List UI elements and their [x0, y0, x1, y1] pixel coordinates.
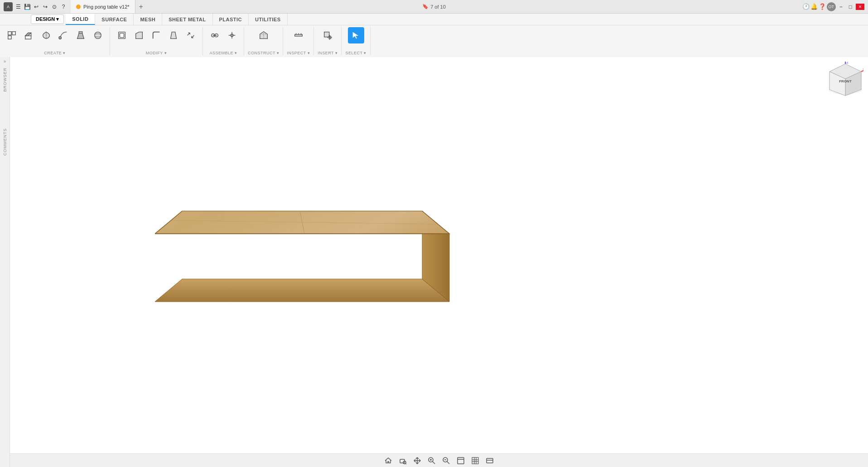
construct-group: CONSTRUCT ▾: [244, 27, 283, 55]
svg-rect-25: [295, 34, 303, 36]
3d-object: [155, 157, 472, 338]
inspect-label[interactable]: INSPECT ▾: [287, 50, 310, 55]
joint-origin-btn[interactable]: [224, 27, 240, 43]
save-icon[interactable]: 💾: [24, 3, 31, 10]
question-icon[interactable]: ❓: [819, 3, 826, 10]
zoom-in-btn[interactable]: [426, 455, 437, 466]
svg-point-10: [95, 32, 101, 39]
extrude-btn[interactable]: [21, 27, 37, 43]
app-menu-icons[interactable]: A ☰ 💾 ↩ ↪ ⊙ ?: [0, 2, 71, 11]
svg-point-7: [59, 37, 62, 39]
draft-btn[interactable]: [165, 27, 182, 43]
insert-group: INSERT ▾: [314, 27, 342, 55]
construct-label[interactable]: CONSTRUCT ▾: [248, 50, 279, 55]
fillet-btn[interactable]: [148, 27, 164, 43]
modify-label[interactable]: MODIFY ▾: [146, 50, 167, 55]
new-component-btn[interactable]: [4, 27, 20, 43]
select-label[interactable]: SELECT ▾: [345, 50, 366, 55]
create-group: CREATE ▾: [0, 27, 110, 55]
sidebar-expand-arrow[interactable]: »: [4, 59, 6, 64]
create-label[interactable]: CREATE ▾: [44, 50, 65, 55]
svg-rect-81: [487, 458, 493, 463]
fit-view-btn[interactable]: [397, 455, 408, 466]
viewport[interactable]: FRONT Z X: [10, 57, 868, 453]
svg-text:Z: Z: [846, 62, 849, 64]
tab-mesh[interactable]: MESH: [134, 14, 162, 25]
bottom-toolbar: [10, 453, 868, 467]
document-title: Ping pong table v12*: [83, 4, 130, 10]
select-btn[interactable]: [348, 27, 364, 43]
grid-settings-btn[interactable]: [470, 455, 481, 466]
svg-text:X: X: [863, 67, 863, 72]
app-icon[interactable]: A: [4, 2, 13, 11]
svg-marker-14: [136, 32, 143, 39]
measure-btn[interactable]: [290, 27, 307, 43]
titlebar-tab-count: 🔖 7 of 10: [422, 4, 446, 10]
inspect-group: INSPECT ▾: [283, 27, 314, 55]
maximize-btn[interactable]: □: [846, 4, 855, 10]
modify-group: MODIFY ▾: [110, 27, 203, 55]
home-view-btn[interactable]: [383, 455, 394, 466]
hamburger-icon[interactable]: ☰: [14, 3, 22, 10]
document-tab[interactable]: Ping pong table v12*: [71, 0, 135, 13]
design-button[interactable]: DESIGN ▾: [31, 14, 64, 24]
tab-sheet-metal[interactable]: SHEET METAL: [162, 14, 212, 25]
sweep-btn[interactable]: [55, 27, 72, 43]
left-sidebar: » BROWSER COMMENTS: [0, 57, 10, 467]
close-btn[interactable]: ×: [856, 4, 864, 10]
tab-solid[interactable]: SOLID: [66, 14, 95, 25]
joint-btn[interactable]: [207, 27, 223, 43]
create-icons: [4, 27, 106, 43]
tab-utilities[interactable]: UTILITIES: [249, 14, 287, 25]
svg-line-68: [433, 461, 435, 464]
tab-area: A ☰ 💾 ↩ ↪ ⊙ ? Ping pong table v12* +: [0, 0, 147, 13]
bookmark-icon: 🔖: [422, 4, 429, 10]
undo-icon[interactable]: ↩: [33, 3, 40, 10]
svg-marker-32: [352, 32, 358, 39]
clock-icon[interactable]: 🕐: [802, 3, 810, 10]
insert-btn[interactable]: [319, 27, 336, 43]
view-settings-btn[interactable]: [484, 455, 495, 466]
comments-label[interactable]: COMMENTS: [3, 128, 7, 156]
redo-icon[interactable]: ↪: [42, 3, 49, 10]
svg-rect-13: [120, 33, 124, 37]
chamfer-btn[interactable]: [131, 27, 147, 43]
user-avatar[interactable]: OT: [827, 2, 836, 11]
history-icon[interactable]: ⊙: [51, 3, 58, 10]
tab-surface[interactable]: SURFACE: [95, 14, 134, 25]
svg-marker-48: [155, 279, 449, 302]
svg-rect-0: [8, 32, 11, 35]
browser-label[interactable]: BROWSER: [3, 67, 7, 92]
navigation-cube[interactable]: FRONT Z X: [827, 62, 863, 98]
sphere-btn[interactable]: [90, 27, 106, 43]
tab-plastic[interactable]: PLASTIC: [213, 14, 249, 25]
construct-btn[interactable]: [256, 27, 272, 43]
revolve-btn[interactable]: [38, 27, 54, 43]
display-settings-btn[interactable]: [455, 455, 466, 466]
zoom-out-btn[interactable]: [441, 455, 452, 466]
loft-btn[interactable]: [72, 27, 89, 43]
new-tab-btn[interactable]: +: [135, 3, 147, 11]
pan-btn[interactable]: [412, 455, 423, 466]
svg-marker-9: [77, 33, 84, 39]
insert-label[interactable]: INSERT ▾: [318, 50, 338, 55]
shell-btn[interactable]: [114, 27, 130, 43]
svg-marker-15: [171, 32, 177, 39]
help-icon[interactable]: ?: [60, 3, 67, 10]
modify-icons: [114, 27, 199, 43]
svg-rect-3: [25, 36, 31, 39]
scale-btn[interactable]: [183, 27, 199, 43]
bell-icon[interactable]: 🔔: [810, 3, 818, 10]
svg-text:FRONT: FRONT: [839, 79, 852, 83]
assemble-group: ASSEMBLE ▾: [203, 27, 244, 55]
svg-point-21: [231, 34, 233, 37]
tool-row: CREATE ▾ MODIFY ▾: [0, 25, 868, 57]
construct-icons: [256, 27, 272, 43]
svg-marker-4: [25, 33, 31, 36]
minimize-btn[interactable]: −: [837, 4, 845, 10]
tab-row: DESIGN ▾ SOLID SURFACE MESH SHEET METAL …: [0, 14, 868, 25]
assemble-label[interactable]: ASSEMBLE ▾: [209, 50, 237, 55]
title-bar: A ☰ 💾 ↩ ↪ ⊙ ? Ping pong table v12* + 🔖 7…: [0, 0, 868, 14]
toolbar-area: DESIGN ▾ SOLID SURFACE MESH SHEET METAL …: [0, 14, 868, 58]
svg-rect-1: [12, 32, 15, 35]
